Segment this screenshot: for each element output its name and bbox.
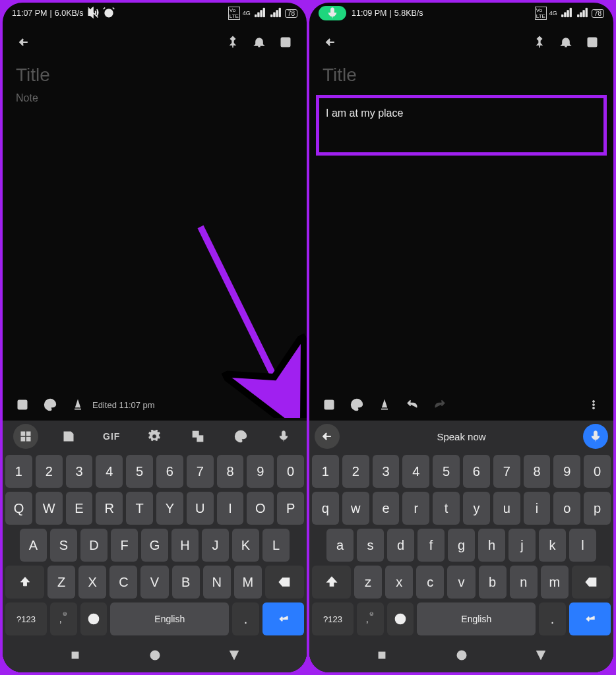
key-v[interactable]: v xyxy=(447,566,475,599)
key-9[interactable]: 9 xyxy=(553,455,580,488)
translate-icon[interactable] xyxy=(177,423,218,450)
recents-button[interactable] xyxy=(375,649,388,664)
key-q[interactable]: Q xyxy=(5,492,32,525)
mic-icon[interactable] xyxy=(264,423,304,450)
period-key[interactable]: . xyxy=(539,602,566,635)
home-button[interactable] xyxy=(455,649,468,664)
key-9[interactable]: 9 xyxy=(247,455,274,488)
key-u[interactable]: u xyxy=(493,492,520,525)
key-z[interactable]: Z xyxy=(47,566,75,599)
key-x[interactable]: X xyxy=(78,566,106,599)
redo-button[interactable] xyxy=(427,392,453,418)
reminder-button[interactable] xyxy=(553,29,579,55)
recents-button[interactable] xyxy=(69,649,82,664)
key-6[interactable]: 6 xyxy=(156,455,183,488)
key-m[interactable]: m xyxy=(541,566,569,599)
key-t[interactable]: T xyxy=(126,492,153,525)
reminder-button[interactable] xyxy=(246,29,272,55)
theme-icon[interactable] xyxy=(220,423,261,450)
key-n[interactable]: n xyxy=(510,566,538,599)
key-c[interactable]: C xyxy=(109,566,137,599)
note-text-highlight[interactable]: I am at my place xyxy=(316,95,607,156)
period-key[interactable]: . xyxy=(232,602,259,635)
key-c[interactable]: c xyxy=(416,566,444,599)
backspace-key[interactable] xyxy=(265,566,304,599)
key-l[interactable]: l xyxy=(569,529,596,562)
key-e[interactable]: e xyxy=(373,492,400,525)
symbols-key[interactable]: ?123 xyxy=(312,602,354,635)
undo-button[interactable] xyxy=(399,392,425,418)
symbols-key[interactable]: ?123 xyxy=(5,602,47,635)
key-x[interactable]: x xyxy=(385,566,413,599)
key-w[interactable]: W xyxy=(36,492,63,525)
key-1[interactable]: 1 xyxy=(5,455,32,488)
key-i[interactable]: I xyxy=(217,492,244,525)
key-8[interactable]: 8 xyxy=(524,455,551,488)
key-j[interactable]: J xyxy=(202,529,229,562)
text-format-button[interactable] xyxy=(371,392,398,418)
key-s[interactable]: S xyxy=(50,529,77,562)
key-6[interactable]: 6 xyxy=(463,455,490,488)
shift-key[interactable] xyxy=(312,566,351,599)
more-button[interactable] xyxy=(580,392,607,418)
text-format-button[interactable] xyxy=(65,392,91,418)
key-u[interactable]: U xyxy=(187,492,214,525)
key-a[interactable]: A xyxy=(20,529,47,562)
key-k[interactable]: K xyxy=(232,529,259,562)
pin-button[interactable] xyxy=(526,29,553,55)
add-button[interactable] xyxy=(9,392,36,418)
key-r[interactable]: R xyxy=(96,492,123,525)
key-p[interactable]: P xyxy=(277,492,304,525)
key-z[interactable]: z xyxy=(354,566,382,599)
key-t[interactable]: t xyxy=(433,492,460,525)
back-nav-button[interactable] xyxy=(228,649,241,664)
back-button[interactable] xyxy=(317,29,344,55)
key-o[interactable]: o xyxy=(553,492,580,525)
key-y[interactable]: y xyxy=(463,492,490,525)
key-3[interactable]: 3 xyxy=(373,455,400,488)
language-key[interactable] xyxy=(80,602,108,635)
key-7[interactable]: 7 xyxy=(493,455,520,488)
key-p[interactable]: p xyxy=(584,492,611,525)
key-f[interactable]: f xyxy=(417,529,445,562)
key-g[interactable]: G xyxy=(141,529,168,562)
key-a[interactable]: a xyxy=(326,529,354,562)
archive-button[interactable] xyxy=(272,29,299,55)
key-0[interactable]: 0 xyxy=(277,455,304,488)
key-m[interactable]: M xyxy=(234,566,262,599)
key-v[interactable]: V xyxy=(140,566,168,599)
key-0[interactable]: 0 xyxy=(584,455,611,488)
key-4[interactable]: 4 xyxy=(96,455,123,488)
title-input[interactable]: Title xyxy=(309,61,613,92)
emoji-key[interactable]: ,☺ xyxy=(50,602,77,635)
key-k[interactable]: k xyxy=(539,529,566,562)
note-input[interactable]: Note xyxy=(3,92,307,389)
key-h[interactable]: H xyxy=(171,529,199,562)
apps-icon[interactable] xyxy=(13,424,38,449)
gif-button[interactable]: GIF xyxy=(92,423,132,450)
key-j[interactable]: j xyxy=(508,529,536,562)
key-d[interactable]: d xyxy=(387,529,414,562)
mic-active-button[interactable] xyxy=(583,424,608,449)
voice-back-button[interactable] xyxy=(315,424,340,449)
key-2[interactable]: 2 xyxy=(36,455,63,488)
key-1[interactable]: 1 xyxy=(312,455,339,488)
key-4[interactable]: 4 xyxy=(402,455,429,488)
key-3[interactable]: 3 xyxy=(66,455,93,488)
key-h[interactable]: h xyxy=(478,529,505,562)
key-r[interactable]: r xyxy=(402,492,429,525)
key-7[interactable]: 7 xyxy=(187,455,214,488)
enter-key[interactable] xyxy=(569,602,611,635)
key-w[interactable]: w xyxy=(342,492,369,525)
key-b[interactable]: B xyxy=(172,566,200,599)
key-5[interactable]: 5 xyxy=(433,455,460,488)
language-key[interactable] xyxy=(387,602,414,635)
key-n[interactable]: N xyxy=(203,566,231,599)
shift-key[interactable] xyxy=(5,566,44,599)
key-o[interactable]: O xyxy=(247,492,274,525)
key-f[interactable]: F xyxy=(111,529,138,562)
key-y[interactable]: Y xyxy=(156,492,183,525)
backspace-key[interactable] xyxy=(572,566,611,599)
key-b[interactable]: b xyxy=(479,566,507,599)
enter-key[interactable] xyxy=(262,602,304,635)
